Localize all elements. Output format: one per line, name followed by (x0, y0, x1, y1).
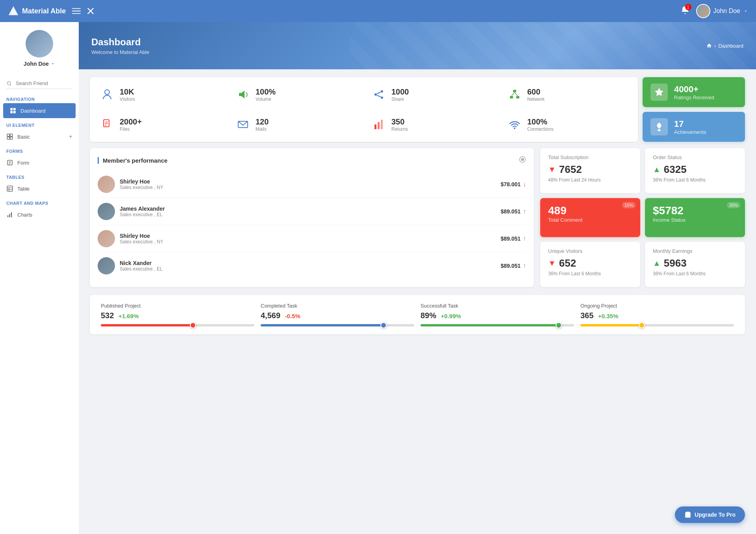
stat-returns: 350 Returns (366, 112, 497, 137)
svg-rect-9 (10, 108, 13, 110)
sidebar-item-label: Table (17, 186, 72, 192)
stat-files-info: 2000+ Files (120, 117, 142, 132)
svg-rect-27 (11, 212, 12, 217)
breadcrumb: › Dashboard (706, 43, 743, 49)
search-input[interactable] (6, 78, 72, 89)
notification-bell[interactable]: 1 (680, 6, 690, 17)
order-status-box: Order Status ▲ 6325 36% From Last 6 Mont… (645, 148, 745, 193)
svg-rect-3 (72, 11, 81, 11)
progress-bar[interactable] (421, 324, 574, 326)
avatar (98, 230, 115, 247)
app-logo: Material Able (8, 6, 66, 17)
published-project-stat: Published Project 532 +1.69% (101, 303, 254, 326)
dashboard-icon (9, 107, 17, 114)
nav-icons (72, 7, 95, 15)
sidebar-item-table[interactable]: Table (0, 181, 79, 196)
stat-mails-info: 120 Mails (256, 117, 269, 132)
ui-section-label: UI Element (0, 118, 79, 129)
settings-icon[interactable] (519, 156, 526, 165)
svg-point-31 (374, 93, 377, 96)
search-icon (6, 81, 12, 86)
svg-rect-36 (510, 96, 513, 98)
bottom-stats-row: Published Project 532 +1.69% Completed T… (90, 295, 745, 334)
svg-line-34 (377, 95, 381, 97)
progress-bar[interactable] (261, 324, 414, 326)
svg-rect-47 (381, 120, 383, 129)
svg-point-28 (105, 90, 109, 95)
member-amount: $78.001 ↓ (500, 181, 526, 188)
file-icon (99, 117, 115, 132)
ongoing-project-stat: Ongoing Project 365 +0.35% (580, 303, 734, 326)
stat-share: 1000 Share (366, 82, 497, 107)
user-avatar-top (696, 4, 710, 18)
achievements-info: 17 Achievements (674, 119, 706, 135)
wifi-icon (507, 117, 523, 132)
svg-point-48 (514, 128, 515, 129)
svg-point-32 (381, 96, 383, 99)
svg-line-38 (511, 92, 515, 96)
user-icon (99, 87, 115, 102)
form-icon (6, 159, 13, 166)
share-icon (371, 87, 387, 102)
avatar (98, 176, 115, 193)
tables-section-label: Tables (0, 170, 79, 181)
svg-rect-45 (374, 124, 376, 129)
plus-icon: + (69, 133, 72, 140)
member-amount: $89.051 ↑ (500, 262, 526, 269)
unique-visitors-box: Unique Visitors ▼ 652 36% From Last 6 Mo… (540, 242, 640, 287)
table-icon (6, 185, 13, 192)
slider-thumb[interactable] (190, 322, 196, 328)
progress-bar[interactable] (580, 324, 734, 326)
progress-bar[interactable] (101, 324, 254, 326)
slider-thumb[interactable] (639, 322, 645, 328)
right-stats-grid: Total Subscription ▼ 7652 48% From Last … (540, 148, 745, 287)
charts-icon (6, 211, 13, 218)
ratings-info: 4000+ Ratings Received (674, 84, 714, 100)
svg-rect-37 (516, 96, 519, 98)
percentage-badge: 20% (727, 202, 740, 208)
total-comment-box: 15% 489 Total Comment (540, 198, 640, 237)
sidebar-user-profile: John Doe (0, 22, 79, 75)
sidebar-item-form[interactable]: Form (0, 155, 79, 170)
svg-rect-46 (378, 122, 380, 129)
ratings-card: 4000+ Ratings Received (643, 77, 745, 107)
user-name-nav: John Doe (713, 7, 741, 15)
chart-maps-section-label: Chart And Maps (0, 196, 79, 207)
slider-thumb[interactable] (556, 322, 562, 328)
svg-rect-15 (7, 137, 9, 139)
network-icon (507, 87, 523, 102)
user-profile-nav[interactable]: John Doe (696, 4, 749, 18)
upgrade-to-pro-button[interactable]: Upgrade To Pro (675, 506, 745, 523)
sidebar: John Doe Navigation Dashboard UI Element… (0, 22, 79, 534)
breadcrumb-current: Dashboard (718, 43, 743, 49)
stat-mails: 120 Mails (230, 112, 361, 137)
member-info: James Alexander Sales executive , EL (120, 206, 496, 217)
svg-rect-4 (72, 13, 81, 14)
svg-rect-13 (7, 134, 9, 136)
member-row: Shirley Hoe Sales executive , NY $78.001… (98, 171, 526, 198)
mail-icon (235, 117, 251, 132)
stat-visitors-info: 10K Visitors (120, 87, 135, 102)
sidebar-item-basic[interactable]: Basic + (0, 129, 79, 144)
main-section: Member's performance Shirley Hoe Sales e… (90, 148, 745, 287)
svg-line-33 (377, 92, 381, 94)
stat-volume-info: 100% Volume (256, 87, 276, 102)
completed-task-stat: Completed Task 4,569 -0.5% (261, 303, 414, 326)
sidebar-item-charts[interactable]: Charts (0, 207, 79, 222)
notification-badge: 1 (685, 4, 691, 10)
slider-thumb[interactable] (380, 322, 387, 328)
close-icon[interactable] (86, 7, 95, 15)
top-navbar: Material Able 1 John Doe (0, 0, 756, 22)
avatar (98, 203, 115, 220)
menu-icon[interactable] (72, 7, 81, 15)
nav-right: 1 John Doe (680, 4, 749, 18)
sidebar-item-dashboard[interactable]: Dashboard (3, 103, 76, 118)
svg-line-8 (10, 85, 11, 86)
total-subscription-box: Total Subscription ▼ 7652 48% From Last … (540, 148, 640, 193)
svg-rect-10 (13, 108, 16, 110)
svg-rect-21 (7, 186, 13, 191)
svg-rect-49 (658, 130, 661, 131)
svg-rect-12 (13, 111, 16, 113)
stat-returns-info: 350 Returns (391, 117, 408, 132)
income-status-box: 20% $5782 Income Status (645, 198, 745, 237)
